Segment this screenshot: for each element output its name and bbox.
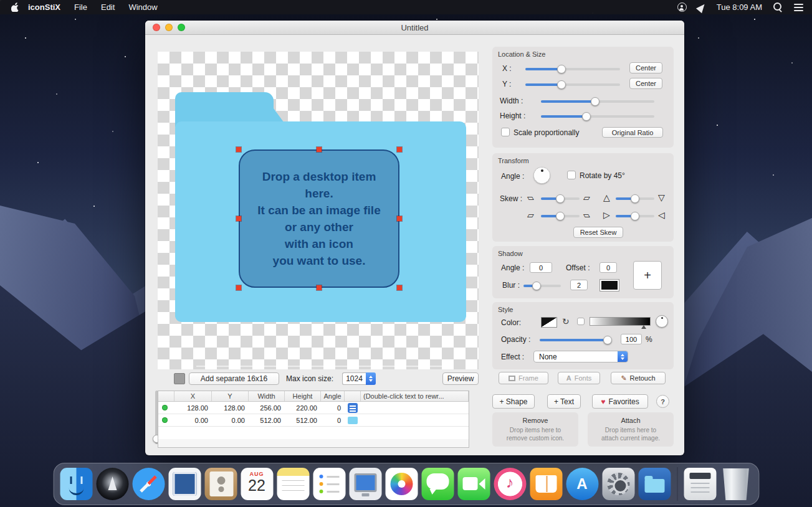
refresh-icon[interactable]: ↻ [562, 316, 570, 326]
blur-slider[interactable] [523, 285, 561, 287]
dock-reminders-icon[interactable] [313, 468, 345, 500]
favorites-button[interactable]: ♥ Favorites [592, 394, 648, 409]
rotate-45-checkbox[interactable] [567, 171, 576, 179]
dock-launchpad-icon[interactable] [96, 468, 128, 500]
skew-v2-slider[interactable] [616, 215, 654, 217]
stepper-arrows-icon[interactable] [366, 372, 376, 385]
dock-safari-icon[interactable] [132, 468, 165, 500]
selection-handle-top-center[interactable] [317, 147, 322, 152]
gradient-checkbox[interactable] [577, 318, 585, 325]
skew-h-thumb[interactable] [556, 194, 565, 203]
dock-ibooks-icon[interactable] [530, 468, 562, 500]
gradient-marker[interactable] [641, 325, 646, 329]
x-slider[interactable] [525, 68, 620, 70]
skew-h-slider[interactable] [541, 197, 580, 200]
selection-handle-bottom-right[interactable] [397, 285, 402, 290]
dock-facetime-icon[interactable] [457, 468, 490, 500]
selection-handle-mid-left[interactable] [236, 216, 241, 221]
dock-finder-icon[interactable] [60, 468, 92, 500]
retouch-button[interactable]: ✎ Retouch [611, 372, 666, 384]
header-height[interactable]: Height [285, 391, 321, 401]
shadow-add-well[interactable]: + [633, 261, 662, 290]
menu-app-name[interactable]: iconStiX [28, 2, 60, 12]
width-slider-thumb[interactable] [591, 97, 599, 106]
spotlight-search-icon[interactable] [773, 2, 783, 12]
width-slider[interactable] [541, 100, 654, 103]
dock-notes-icon[interactable] [277, 468, 309, 500]
selection-handle-mid-right[interactable] [397, 216, 402, 221]
table-row-folder[interactable]: 0.00 0.00 512.00 512.00 0 [158, 414, 469, 427]
apple-menu[interactable] [11, 2, 19, 12]
dock-iconstix-icon[interactable] [638, 468, 671, 500]
center-y-button[interactable]: Center [629, 78, 662, 89]
attach-drop-zone[interactable]: Attach Drop items here to attach current… [588, 412, 674, 447]
header-width[interactable]: Width [249, 391, 285, 401]
add-shape-button[interactable]: + Shape [492, 394, 535, 409]
effect-dropdown[interactable]: None [533, 351, 628, 362]
original-ratio-button[interactable]: Original Ratio [602, 127, 663, 138]
x-slider-thumb[interactable] [557, 65, 566, 73]
dock-itunes-icon[interactable]: ♪ [494, 468, 526, 500]
table-empty-row[interactable] [158, 439, 469, 448]
header-y[interactable]: Y [212, 391, 249, 401]
skew-v2-thumb[interactable] [631, 212, 639, 220]
table-empty-row[interactable] [158, 427, 469, 439]
skew-v-thumb[interactable] [631, 194, 639, 203]
height-slider-thumb[interactable] [582, 112, 591, 121]
menu-window[interactable]: Window [128, 2, 157, 12]
dock-mail-icon[interactable] [168, 468, 201, 500]
header-text[interactable]: (Double-click text to rewr... [361, 391, 469, 401]
reset-skew-button[interactable]: Reset Skew [573, 227, 623, 238]
dock-system-preferences-icon[interactable] [602, 468, 634, 500]
skew-h2-slider[interactable] [541, 215, 580, 217]
frame-button[interactable]: Frame [499, 372, 548, 384]
menubar-clock[interactable]: Tue 8:09 AM [717, 2, 762, 12]
center-x-button[interactable]: Center [629, 62, 662, 73]
selection-handle-top-right[interactable] [397, 147, 402, 152]
user-status-icon[interactable] [677, 2, 687, 12]
shadow-angle-field[interactable] [530, 262, 552, 273]
max-icon-size-stepper[interactable]: 1024 [342, 372, 376, 385]
opacity-slider[interactable] [540, 339, 609, 341]
menu-edit[interactable]: Edit [101, 2, 115, 12]
scale-proportionally-checkbox[interactable] [501, 128, 510, 136]
selection-handle-bottom-left[interactable] [236, 285, 241, 290]
fonts-button[interactable]: A Fonts [558, 372, 600, 384]
notification-center-icon[interactable] [794, 4, 803, 11]
dock-calendar-icon[interactable]: AUG 22 [241, 468, 273, 500]
table-row-textbox[interactable]: 128.00 128.00 256.00 220.00 0 [158, 402, 469, 414]
skew-v-slider[interactable] [616, 197, 654, 200]
dock-app-store-icon[interactable]: A [566, 468, 598, 500]
header-x[interactable]: X [174, 391, 212, 401]
icon-canvas[interactable]: Drop a desktop item here. It can be an i… [158, 52, 479, 369]
dock-document-icon[interactable] [684, 468, 716, 500]
dock-display-utility-icon[interactable] [349, 468, 381, 500]
shadow-blur-field[interactable] [570, 280, 588, 290]
dock-trash-icon[interactable] [720, 468, 752, 500]
add-text-button[interactable]: + Text [547, 394, 581, 409]
menu-file[interactable]: File [74, 2, 87, 12]
angle-knob[interactable] [533, 167, 550, 184]
help-button[interactable]: ? [656, 395, 669, 408]
selection-handle-bottom-center[interactable] [317, 285, 322, 290]
dock-messages-icon[interactable] [421, 468, 454, 500]
dock-photos-icon[interactable] [385, 468, 418, 500]
gradient-angle-knob[interactable] [656, 315, 668, 328]
preview-button[interactable]: Preview [442, 372, 479, 385]
selection-handle-top-left[interactable] [236, 147, 241, 152]
shadow-color-well[interactable] [600, 280, 619, 291]
color-swatch[interactable] [541, 317, 557, 328]
y-slider-thumb[interactable] [557, 80, 566, 89]
header-angle[interactable]: Angle [321, 391, 345, 401]
height-slider[interactable] [541, 115, 654, 118]
pointer-status-icon[interactable] [696, 1, 707, 12]
blur-slider-thumb[interactable] [532, 282, 541, 290]
y-slider[interactable] [525, 83, 620, 86]
max-icon-size-value[interactable]: 1024 [342, 372, 366, 385]
dock-contacts-icon[interactable] [204, 468, 237, 500]
opacity-slider-thumb[interactable] [603, 336, 612, 344]
drop-text-box[interactable]: Drop a desktop item here. It can be an i… [239, 149, 399, 288]
remove-drop-zone[interactable]: Remove Drop items here to remove custom … [492, 412, 578, 447]
opacity-field[interactable] [621, 334, 642, 344]
skew-h2-thumb[interactable] [556, 212, 565, 220]
